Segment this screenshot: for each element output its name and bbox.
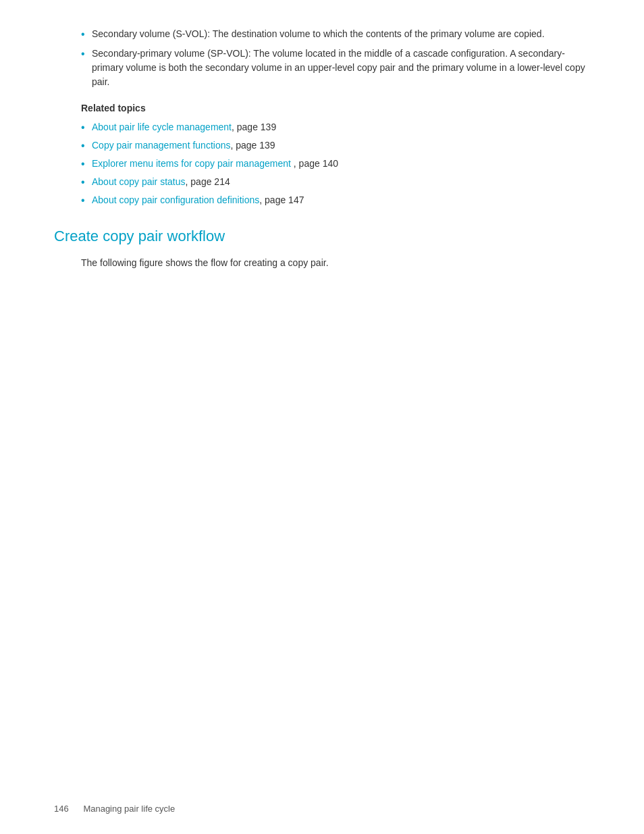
link-pair-lifecycle[interactable]: About pair life cycle management: [92, 122, 232, 132]
related-topics-heading: Related topics: [81, 103, 590, 113]
related-item-pair-lifecycle-suffix: , page 139: [232, 122, 276, 132]
related-topics-list: About pair life cycle management, page 1…: [81, 120, 590, 207]
related-item-copy-pair-config-suffix: , page 147: [259, 194, 304, 205]
page-footer: 146 Managing pair life cycle: [54, 804, 175, 814]
footer-page-number: 146: [54, 804, 69, 814]
link-copy-pair-mgmt[interactable]: Copy pair management functions: [92, 140, 230, 151]
bullet-svol: Secondary volume (S-VOL): The destinatio…: [81, 27, 590, 41]
related-item-copy-pair-status: About copy pair status, page 214: [81, 175, 590, 189]
footer-text: Managing pair life cycle: [83, 804, 175, 814]
section-body: The following figure shows the flow for …: [81, 256, 590, 270]
link-copy-pair-config[interactable]: About copy pair configuration definition…: [92, 194, 259, 205]
related-item-explorer-menu: Explorer menu items for copy pair manage…: [81, 157, 590, 171]
related-item-copy-pair-config: About copy pair configuration definition…: [81, 193, 590, 207]
link-copy-pair-status[interactable]: About copy pair status: [92, 176, 186, 187]
bullet-svol-text: Secondary volume (S-VOL): The destinatio…: [92, 28, 545, 39]
link-explorer-menu[interactable]: Explorer menu items for copy pair manage…: [92, 158, 291, 169]
related-item-copy-pair-mgmt: Copy pair management functions, page 139: [81, 138, 590, 153]
bullet-spvol: Secondary-primary volume (SP-VOL): The v…: [81, 47, 590, 89]
page-container: Secondary volume (S-VOL): The destinatio…: [0, 0, 644, 834]
related-item-copy-pair-mgmt-suffix: , page 139: [230, 140, 275, 151]
intro-bullet-list: Secondary volume (S-VOL): The destinatio…: [81, 27, 590, 89]
bullet-spvol-text: Secondary-primary volume (SP-VOL): The v…: [92, 48, 585, 87]
related-item-copy-pair-status-suffix: , page 214: [186, 176, 230, 187]
section-heading: Create copy pair workflow: [54, 228, 590, 245]
related-item-pair-lifecycle: About pair life cycle management, page 1…: [81, 120, 590, 134]
related-item-explorer-menu-suffix: , page 140: [291, 158, 338, 169]
